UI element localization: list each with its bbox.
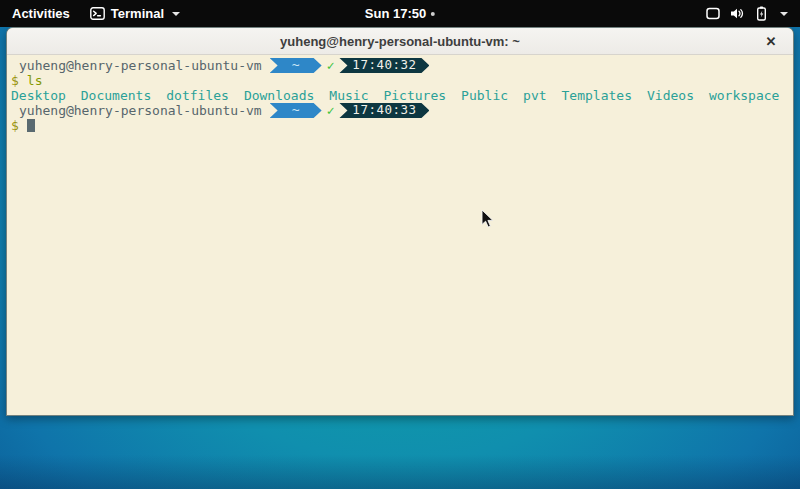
app-menu-label: Terminal xyxy=(111,6,164,21)
system-menu-button[interactable] xyxy=(700,0,794,27)
prompt-time-segment: 17:40:32 xyxy=(339,58,429,73)
prompt-symbol: $ xyxy=(11,73,19,88)
app-menu-button[interactable]: Terminal xyxy=(82,0,188,27)
directory-name: Public xyxy=(461,88,508,103)
terminal-content[interactable]: yuheng@henry-personal-ubuntu-vm~✓17:40:3… xyxy=(7,55,793,415)
input-line: $ xyxy=(11,118,789,133)
check-icon: ✓ xyxy=(327,103,335,118)
window-title: yuheng@henry-personal-ubuntu-vm: ~ xyxy=(280,34,520,49)
directory-name: workspace xyxy=(709,88,779,103)
directory-name: Documents xyxy=(81,88,151,103)
terminal-cursor xyxy=(27,119,35,132)
directory-name: Downloads xyxy=(244,88,314,103)
prompt-line: yuheng@henry-personal-ubuntu-vm~✓17:40:3… xyxy=(11,103,789,118)
battery-charging-icon xyxy=(755,6,768,21)
prompt-path-segment: ~ xyxy=(270,58,322,73)
window-titlebar[interactable]: yuheng@henry-personal-ubuntu-vm: ~ ✕ xyxy=(7,28,793,55)
clock-label: Sun 17:50 xyxy=(365,6,426,21)
prompt-line: yuheng@henry-personal-ubuntu-vm~✓17:40:3… xyxy=(11,58,789,73)
prompt-symbol: $ xyxy=(11,118,19,133)
prompt-user-host: yuheng@henry-personal-ubuntu-vm xyxy=(11,58,262,73)
activities-button[interactable]: Activities xyxy=(0,0,82,27)
terminal-app-icon xyxy=(90,7,105,20)
check-icon: ✓ xyxy=(327,58,335,73)
directory-name: Desktop xyxy=(11,88,66,103)
terminal-window: yuheng@henry-personal-ubuntu-vm: ~ ✕ yuh… xyxy=(6,27,794,416)
prompt-user-host: yuheng@henry-personal-ubuntu-vm xyxy=(11,103,262,118)
close-button[interactable]: ✕ xyxy=(759,28,783,54)
directory-name: Music xyxy=(329,88,368,103)
display-icon xyxy=(706,7,720,20)
chevron-down-icon xyxy=(780,12,788,16)
chevron-down-icon xyxy=(172,12,180,16)
notification-dot-icon xyxy=(431,12,435,16)
command-line: $ls xyxy=(11,73,789,88)
prompt-time-segment: 17:40:33 xyxy=(339,103,429,118)
clock-button[interactable]: Sun 17:50 xyxy=(365,0,435,27)
volume-icon xyxy=(730,7,745,20)
directory-name: dotfiles xyxy=(166,88,229,103)
ls-output-line: DesktopDocumentsdotfilesDownloadsMusicPi… xyxy=(11,88,789,103)
directory-name: pvt xyxy=(523,88,546,103)
directory-name: Templates xyxy=(562,88,632,103)
command-text: ls xyxy=(27,73,43,88)
directory-name: Videos xyxy=(647,88,694,103)
prompt-path-segment: ~ xyxy=(270,103,322,118)
activities-label: Activities xyxy=(12,6,70,21)
top-bar: Activities Terminal Sun 17:50 xyxy=(0,0,800,27)
directory-name: Pictures xyxy=(383,88,446,103)
close-icon: ✕ xyxy=(766,34,777,49)
